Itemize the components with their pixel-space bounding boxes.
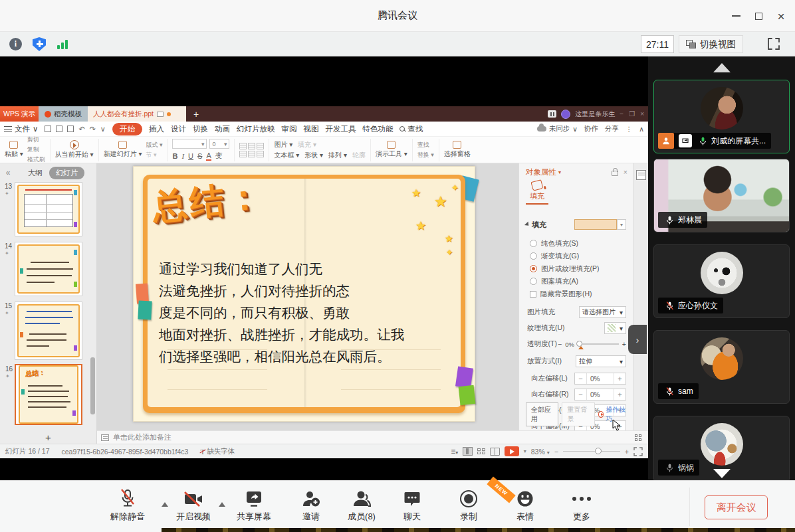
switch-view-button[interactable]: 切换视图	[679, 35, 743, 53]
video-options-caret[interactable]	[219, 502, 225, 507]
zoom-level[interactable]: 83% ▾	[531, 448, 550, 456]
properties-caret-icon[interactable]: ▾	[558, 169, 561, 175]
view-sorter-icon[interactable]	[477, 448, 485, 455]
add-slide-button[interactable]: +	[0, 430, 97, 444]
file-menu[interactable]: 文件 ∨	[4, 124, 38, 134]
menu-tab-slideshow[interactable]: 幻灯片放映	[237, 124, 275, 134]
menu-tab-insert[interactable]: 插入	[149, 124, 164, 134]
texture-fill-select[interactable]: ▾	[604, 322, 626, 334]
zoom-out-button[interactable]: −	[554, 448, 558, 456]
close-panel-icon[interactable]: ×	[624, 168, 627, 176]
menu-tab-animation[interactable]: 动画	[215, 124, 230, 134]
participant-tile[interactable]: 应心孙仪文	[653, 244, 790, 318]
play-from-current-button[interactable]: 从当前开始 ▾	[55, 140, 94, 159]
more-menu-icon[interactable]: ⋮	[625, 125, 633, 133]
underline-button[interactable]: U	[188, 152, 193, 160]
wps-user-avatar[interactable]	[561, 110, 570, 119]
notes-toggle-icon[interactable]: ≡▾	[451, 447, 458, 456]
apps-grid-icon[interactable]	[548, 110, 556, 118]
play-options-caret[interactable]: ▾	[524, 448, 526, 454]
undo-icon[interactable]: ↶	[78, 125, 84, 133]
transparency-plus[interactable]: +	[622, 340, 626, 348]
textbox-button[interactable]: 文本框 ▾	[274, 151, 299, 160]
option-gradient-fill[interactable]: 渐变填充(G)	[530, 250, 627, 262]
participant-tile-sharing[interactable]: 刘威的屏幕共...	[653, 80, 790, 153]
option-hide-background[interactable]: 隐藏背景图形(H)	[530, 288, 627, 300]
alignment-buttons[interactable]	[239, 143, 264, 157]
text-effect-button[interactable]: 变	[215, 151, 223, 161]
picture-button[interactable]: 图片 ▾	[274, 140, 292, 149]
current-slide[interactable]: 总结： ★ ★ ✦ ★ ★ ✦ 通过学习我们知道了人们无 法避免挫折，人们对待挫…	[133, 166, 475, 422]
font-size-select[interactable]: 0▾	[209, 139, 229, 149]
new-slide-button[interactable]: 新建幻灯片 ▾	[104, 141, 142, 159]
scroll-down-arrow[interactable]	[713, 469, 731, 478]
collapse-ribbon-icon[interactable]: ∧	[639, 125, 644, 133]
participant-tile[interactable]: sam	[653, 330, 790, 404]
layout-button[interactable]: 版式 ▾	[146, 141, 162, 149]
collapse-panel-icon[interactable]: «	[0, 168, 16, 177]
wps-restore-icon[interactable]: ❐	[629, 110, 635, 118]
menu-tab-review[interactable]: 审阅	[281, 124, 296, 134]
emoji-button[interactable]: 表情	[500, 488, 550, 523]
picture-fill-select[interactable]: 请选择图片▾	[579, 306, 626, 318]
apply-all-button[interactable]: 全部应用	[526, 402, 558, 426]
pin-panel-icon[interactable]	[612, 171, 618, 176]
fill-tab[interactable]: 填充	[526, 181, 548, 205]
paste-button[interactable]: 粘贴 ▾	[5, 141, 23, 159]
arrange-button[interactable]: 排列 ▾	[328, 151, 347, 160]
reset-background-button[interactable]: 重置背景	[562, 402, 594, 426]
slide-thumbnail-15[interactable]: 15 ✦	[15, 302, 82, 360]
menu-tab-devtools[interactable]: 开发工具	[325, 124, 356, 134]
offset-left-stepper[interactable]: −0%+	[574, 373, 626, 385]
menu-tab-design[interactable]: 设计	[171, 124, 186, 134]
redo-icon[interactable]: ↷	[90, 125, 96, 133]
scroll-up-arrow[interactable]	[713, 63, 731, 72]
offset-right-stepper[interactable]: −0%+	[574, 389, 626, 400]
sync-status[interactable]: 未同步 ∨	[537, 124, 578, 133]
slide-thumbnail-13[interactable]: 13 ✦	[15, 182, 82, 236]
slides-tab[interactable]: 幻灯片	[49, 167, 84, 179]
zoom-knob[interactable]	[595, 448, 602, 454]
wps-close-icon[interactable]: ×	[640, 110, 644, 118]
security-shield-icon[interactable]	[33, 37, 46, 51]
wps-app-tab[interactable]: WPS 演示	[0, 106, 39, 122]
wps-minimize-icon[interactable]: −	[620, 110, 624, 118]
leave-meeting-button[interactable]: 离开会议	[705, 495, 768, 519]
find-button[interactable]: 查找	[417, 141, 434, 149]
collaborate-button[interactable]: 协作	[584, 124, 598, 133]
fill-color-swatch[interactable]	[574, 219, 617, 230]
menu-tab-features[interactable]: 特色功能	[362, 124, 393, 134]
find-menu[interactable]: 查找	[399, 124, 423, 134]
present-tools-button[interactable]: 演示工具 ▾	[376, 141, 407, 159]
placement-select[interactable]: 拉伸▾	[576, 355, 626, 367]
section-button[interactable]: 节 ▾	[146, 151, 162, 159]
fill-color-caret[interactable]: ▾	[617, 219, 626, 230]
wps-window-controls[interactable]: − ❐ ×	[620, 110, 644, 118]
bold-button[interactable]: B	[172, 152, 177, 160]
audio-options-caret[interactable]	[162, 502, 168, 507]
unmute-button[interactable]: 解除静音	[102, 488, 153, 523]
maximize-button[interactable]	[750, 9, 767, 23]
fullscreen-button[interactable]	[767, 37, 780, 50]
share-screen-button[interactable]: 共享屏幕	[229, 488, 279, 523]
zoom-slider[interactable]	[563, 451, 620, 452]
thumbnail-scrollbar[interactable]	[90, 357, 95, 414]
menu-tab-home[interactable]: 开始	[112, 123, 142, 135]
copy-button[interactable]: 复制	[27, 145, 45, 154]
minimize-button[interactable]	[727, 9, 744, 23]
save-icon[interactable]	[45, 126, 51, 132]
selection-pane-button[interactable]: 选择窗格	[444, 141, 471, 159]
zoom-in-button[interactable]: +	[625, 448, 629, 456]
notes-bar[interactable]: 单击此处添加备注	[97, 430, 648, 444]
record-button[interactable]: NEW 录制	[443, 488, 494, 523]
option-solid-fill[interactable]: 纯色填充(S)	[530, 238, 627, 249]
panel-grid-icon[interactable]	[635, 434, 641, 441]
missing-font-indicator[interactable]: T 缺失字体	[200, 447, 235, 456]
print-icon[interactable]	[56, 126, 62, 132]
cut-button[interactable]: 剪切	[27, 135, 45, 144]
menu-tab-transition[interactable]: 切换	[193, 124, 208, 134]
share-button[interactable]: 分享	[605, 124, 619, 133]
transparency-slider[interactable]	[578, 343, 619, 345]
option-pattern-fill[interactable]: 图案填充(A)	[530, 276, 627, 287]
members-button[interactable]: 成员(8)	[336, 488, 387, 523]
